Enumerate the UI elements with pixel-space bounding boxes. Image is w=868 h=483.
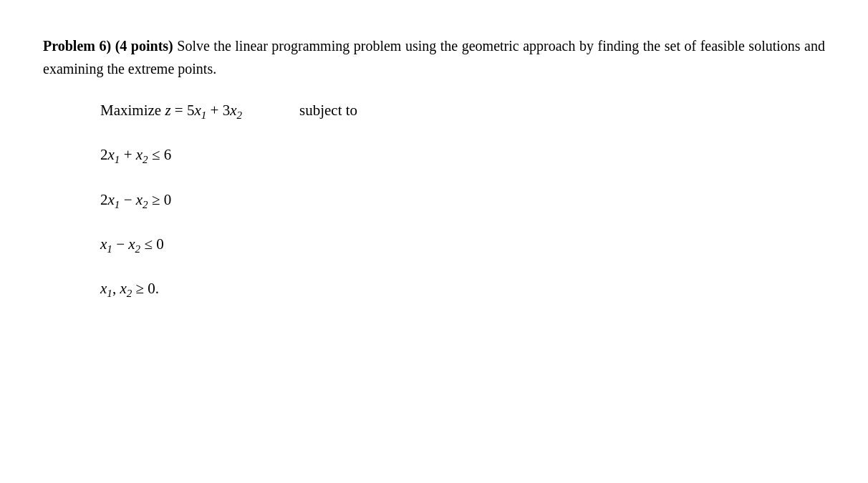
objective-expression: Maximize z = 5x1 + 3x2 — [100, 102, 242, 122]
math-block: Maximize z = 5x1 + 3x2 subject to 2x1 + … — [100, 102, 825, 302]
page-container: Problem 6) (4 points) Solve the linear p… — [0, 0, 868, 483]
constraint-4: x1, x2 ≥ 0. — [100, 278, 825, 301]
problem-label: Problem 6) (4 points) — [43, 38, 173, 54]
constraint-3: x1 − x2 ≤ 0 — [100, 234, 825, 257]
subject-to-label: subject to — [299, 102, 357, 119]
objective-row: Maximize z = 5x1 + 3x2 subject to — [100, 102, 825, 122]
constraint-2: 2x1 − x2 ≥ 0 — [100, 190, 825, 213]
constraint-1: 2x1 + x2 ≤ 6 — [100, 145, 825, 167]
problem-statement: Problem 6) (4 points) Solve the linear p… — [43, 34, 825, 80]
